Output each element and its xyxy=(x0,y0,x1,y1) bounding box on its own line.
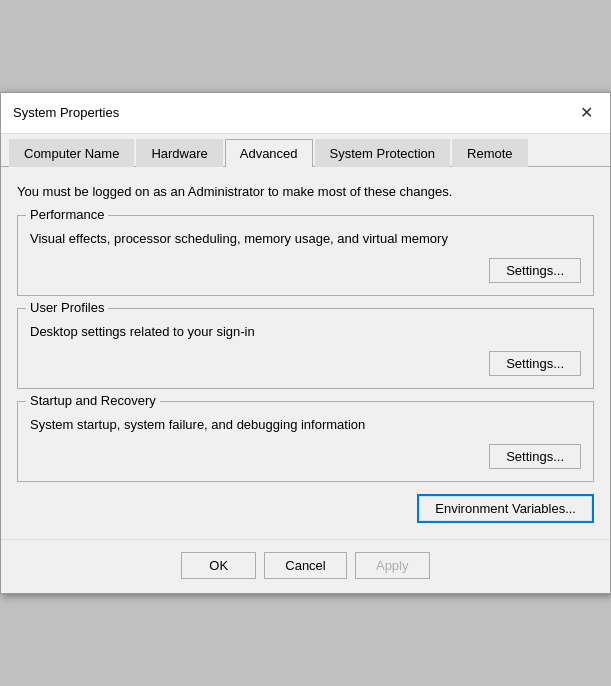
system-properties-window: System Properties ✕ Computer Name Hardwa… xyxy=(0,92,611,595)
performance-group: Performance Visual effects, processor sc… xyxy=(17,215,594,296)
startup-recovery-legend: Startup and Recovery xyxy=(26,393,160,408)
env-vars-row: Environment Variables... xyxy=(17,494,594,523)
startup-recovery-group: Startup and Recovery System startup, sys… xyxy=(17,401,594,482)
main-content: You must be logged on as an Administrato… xyxy=(1,167,610,540)
startup-recovery-footer: Settings... xyxy=(30,444,581,469)
title-bar: System Properties ✕ xyxy=(1,93,610,134)
tab-remote[interactable]: Remote xyxy=(452,139,528,167)
tab-hardware[interactable]: Hardware xyxy=(136,139,222,167)
close-button[interactable]: ✕ xyxy=(574,101,598,125)
tab-bar: Computer Name Hardware Advanced System P… xyxy=(1,134,610,167)
performance-footer: Settings... xyxy=(30,258,581,283)
user-profiles-group: User Profiles Desktop settings related t… xyxy=(17,308,594,389)
tab-advanced[interactable]: Advanced xyxy=(225,139,313,167)
startup-recovery-settings-button[interactable]: Settings... xyxy=(489,444,581,469)
user-profiles-legend: User Profiles xyxy=(26,300,108,315)
performance-legend: Performance xyxy=(26,207,108,222)
startup-recovery-description: System startup, system failure, and debu… xyxy=(30,416,581,434)
user-profiles-description: Desktop settings related to your sign-in xyxy=(30,323,581,341)
environment-variables-button[interactable]: Environment Variables... xyxy=(417,494,594,523)
performance-description: Visual effects, processor scheduling, me… xyxy=(30,230,581,248)
tab-system-protection[interactable]: System Protection xyxy=(315,139,451,167)
admin-info-text: You must be logged on as an Administrato… xyxy=(17,183,594,201)
ok-button[interactable]: OK xyxy=(181,552,256,579)
user-profiles-settings-button[interactable]: Settings... xyxy=(489,351,581,376)
tab-computer-name[interactable]: Computer Name xyxy=(9,139,134,167)
window-title: System Properties xyxy=(13,105,119,120)
cancel-button[interactable]: Cancel xyxy=(264,552,346,579)
user-profiles-footer: Settings... xyxy=(30,351,581,376)
performance-settings-button[interactable]: Settings... xyxy=(489,258,581,283)
apply-button[interactable]: Apply xyxy=(355,552,430,579)
footer-bar: OK Cancel Apply xyxy=(1,539,610,593)
